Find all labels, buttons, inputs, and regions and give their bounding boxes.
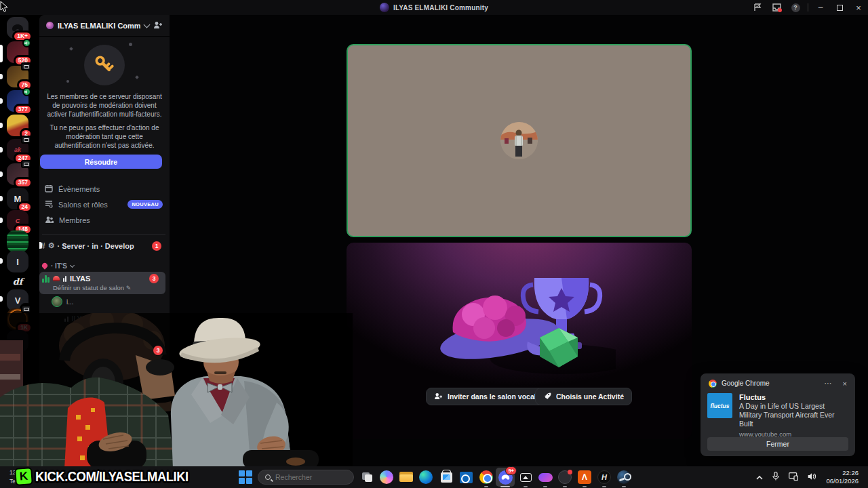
chevron-down-icon (70, 262, 75, 267)
chrome-notification: Google Chrome ⋯ × fluctus Fluctus A Day … (701, 373, 855, 456)
invite-voice-button[interactable]: Inviter dans le salon vocal (426, 388, 545, 405)
microphone-icon[interactable] (772, 471, 779, 483)
voice-active-icon (22, 39, 31, 47)
close-icon[interactable]: × (842, 380, 848, 388)
taskbar-search[interactable] (258, 470, 354, 485)
taskbar-clock[interactable]: 22:26 06/01/2026 (826, 469, 859, 485)
siren-icon (53, 276, 60, 281)
screenshare-icon (21, 62, 31, 70)
titlebar-divider (808, 3, 808, 12)
close-button[interactable]: × (849, 0, 868, 15)
invite-voice-label: Inviter dans le salon vocal (448, 392, 536, 401)
chrome-taskbar-icon[interactable] (478, 469, 494, 485)
tray-chevron-icon[interactable] (756, 471, 763, 483)
screen: ILYAS ELMALIKI Community ? – × (0, 0, 868, 488)
server-icon-7[interactable]: 357 (7, 163, 28, 185)
screenshare-icon (21, 305, 31, 313)
microsoft-store-icon[interactable] (438, 469, 454, 485)
copilot-icon[interactable] (378, 469, 395, 485)
screenshare-icon (21, 136, 31, 144)
server-icon-9[interactable]: C 148 (7, 210, 28, 232)
notification-app-icon[interactable] (557, 469, 573, 485)
minimize-button[interactable]: – (811, 0, 830, 15)
whats-new-flag-icon[interactable] (748, 0, 767, 15)
category-label: · IT'S (51, 262, 67, 270)
activity-illustration (426, 266, 616, 378)
more-options-icon[interactable]: ⋯ (821, 379, 837, 388)
gear-icon: ⚙ (48, 241, 55, 250)
search-icon (265, 474, 271, 480)
cast-display-icon[interactable] (789, 471, 798, 483)
voice-active-icon (22, 87, 31, 96)
clock-time: 22:26 (826, 469, 859, 477)
task-view-button[interactable] (359, 469, 376, 485)
server-icon-2[interactable]: 520 (7, 41, 28, 63)
discord-badge: 9+ (505, 466, 517, 475)
mouse-cursor (0, 1, 8, 12)
notification-title: Fluctus (739, 393, 847, 401)
lambda-app-icon[interactable]: Λ (576, 469, 593, 485)
discord-taskbar-icon[interactable]: 9+ (497, 469, 513, 485)
resolve-button[interactable]: Résoudre (40, 155, 162, 169)
help-icon[interactable]: ? (786, 0, 805, 15)
category-its[interactable]: · IT'S (42, 261, 164, 270)
dismiss-button[interactable]: Fermer (707, 437, 848, 451)
steam-icon[interactable] (616, 469, 632, 485)
members-icon (45, 216, 54, 225)
edge-icon[interactable] (418, 469, 434, 485)
start-button[interactable] (237, 469, 254, 485)
inbox-icon[interactable] (767, 0, 786, 15)
server-avatar-icon (380, 3, 389, 12)
unread-indicator (0, 296, 3, 302)
unread-indicator (0, 218, 3, 223)
voice-status-row[interactable]: Définir un statut de salon ✎ (39, 283, 165, 291)
server-icon-3[interactable]: 75 (7, 66, 28, 87)
server-icon-8[interactable]: M 24 (7, 188, 28, 209)
search-input[interactable] (275, 473, 343, 481)
gamepad-app-icon[interactable] (537, 469, 553, 485)
mention-badge: 3 (153, 346, 163, 355)
voice-user-row[interactable]: i... (52, 296, 74, 307)
server-icon-4[interactable]: 377 (7, 90, 28, 112)
sidebar-item-events[interactable]: Évènements (41, 181, 167, 197)
nav-label: Salons et rôles (58, 201, 108, 209)
invite-people-icon[interactable] (153, 20, 163, 32)
server-icon-10[interactable] (7, 230, 28, 252)
notification-thumbnail: fluctus (707, 393, 732, 418)
chrome-icon (709, 380, 717, 388)
server-badge: 357 (14, 177, 33, 188)
file-explorer-icon[interactable] (398, 469, 414, 485)
channel-unread-pill (39, 242, 42, 249)
server-icon-5[interactable]: 2 (7, 115, 28, 136)
mention-badge: 3 (149, 274, 159, 283)
server-icon-6[interactable]: ak 247 (7, 139, 28, 161)
maximize-button[interactable] (830, 0, 849, 15)
sidebar-item-members[interactable]: Membres (41, 212, 167, 228)
person-add-icon (434, 392, 443, 401)
unread-indicator (0, 74, 3, 79)
mfa-key-icon (84, 45, 125, 85)
server-icon-11[interactable]: I (7, 251, 28, 272)
mfa-warning-text-1: Les membres de ce serveur disposant de p… (43, 92, 166, 119)
voice-channel-ilyas[interactable]: ILYAS 3 Définir un statut de salon ✎ (39, 272, 165, 294)
choose-activity-label: Choisis une Activité (556, 392, 624, 401)
server-header[interactable]: ILYAS ELMALIKI Comm... (39, 15, 170, 37)
server-icon-home[interactable]: 1K+ (7, 17, 28, 39)
unread-indicator (0, 171, 3, 177)
mention-badge: 1 (152, 241, 161, 251)
channel-label: · Server · in · Develop (58, 242, 134, 250)
sidebar-item-channels-roles[interactable]: Salons et rôles NOUVEAU (41, 197, 167, 212)
notification-app-name: Google Chrome (722, 380, 816, 387)
capture-app-icon[interactable] (517, 469, 534, 485)
h-app-icon[interactable]: H (596, 469, 612, 485)
channel-server-in-develop[interactable]: # ⚙ · Server · in · Develop 1 (41, 239, 167, 253)
inbox-notification-dot (778, 8, 782, 12)
webcam-overlay (0, 313, 353, 466)
pencil-icon: ✎ (126, 285, 132, 291)
outlook-icon[interactable] (458, 469, 474, 485)
volume-icon[interactable] (808, 471, 816, 483)
window-titlebar: ILYAS ELMALIKI Community ? – × (0, 0, 868, 15)
choose-activity-button[interactable]: Choisis une Activité (535, 388, 632, 405)
unread-indicator (0, 98, 3, 104)
pin-icon (41, 262, 48, 269)
